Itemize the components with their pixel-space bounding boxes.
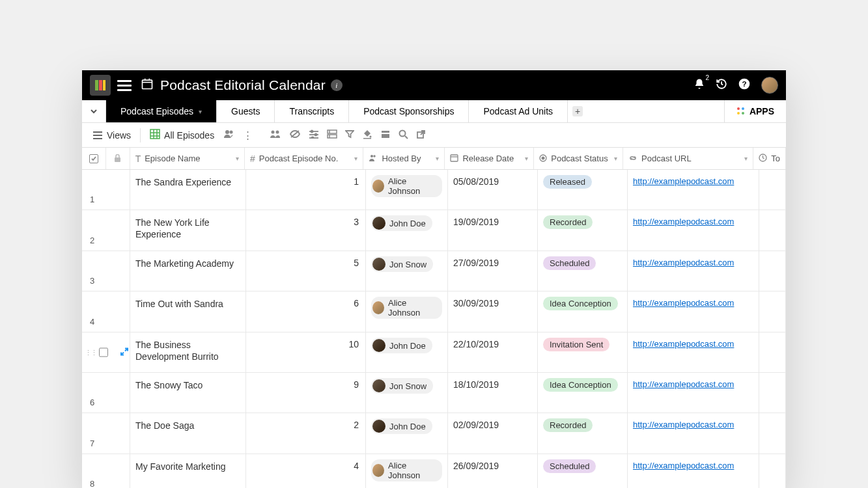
table-row[interactable]: 6The Snowy Taco9Jon Snow18/10/2019Idea C…	[82, 373, 786, 413]
status-cell[interactable]: Scheduled	[538, 251, 628, 291]
status-cell[interactable]: Recorded	[538, 413, 628, 454]
episode-no-cell[interactable]: 5	[246, 251, 366, 291]
release-date-cell[interactable]: 19/09/2019	[448, 210, 538, 251]
episode-name-cell[interactable]: The Snowy Taco	[130, 373, 246, 413]
group-icon[interactable]	[324, 127, 340, 143]
table-row[interactable]: ⋮⋮The Business Development Burrito10John…	[82, 332, 786, 373]
host-chip[interactable]: Alice Johnson	[371, 297, 442, 319]
info-icon[interactable]: i	[331, 79, 343, 91]
hosted-by-cell[interactable]: John Doe	[366, 413, 448, 454]
hosted-by-cell[interactable]: Alice Johnson	[366, 291, 448, 332]
tab-podcast-ad-units[interactable]: Podcast Ad Units	[469, 100, 568, 122]
status-cell[interactable]: Invitation Sent	[538, 332, 628, 372]
tab-podcast-episodes[interactable]: Podcast Episodes▾	[106, 100, 217, 122]
views-button[interactable]: Views	[89, 128, 135, 143]
episode-name-cell[interactable]: The Marketing Academy	[130, 251, 246, 291]
last-cell[interactable]	[759, 454, 786, 488]
last-cell[interactable]	[759, 291, 786, 332]
hide-icon[interactable]	[287, 127, 303, 143]
release-date-cell[interactable]: 26/09/2019	[448, 454, 538, 488]
table-row[interactable]: 2The New York Life Experience3John Doe19…	[82, 210, 786, 251]
expand-icon[interactable]	[120, 347, 129, 358]
release-date-cell[interactable]: 18/10/2019	[448, 373, 538, 413]
current-view-button[interactable]: All Episodes	[146, 126, 218, 144]
episode-no-cell[interactable]: 1	[246, 170, 366, 210]
hosted-by-cell[interactable]: John Doe	[366, 210, 448, 251]
url-cell[interactable]: http://examplepodcast.com	[628, 291, 759, 332]
hosted-by-cell[interactable]: Alice Johnson	[366, 170, 448, 210]
episode-name-cell[interactable]: The New York Life Experience	[130, 210, 246, 251]
url-cell[interactable]: http://examplepodcast.com	[628, 170, 759, 210]
podcast-url-link[interactable]: http://examplepodcast.com	[633, 298, 734, 308]
hosted-by-cell[interactable]: Jon Snow	[366, 373, 448, 413]
history-icon[interactable]	[716, 78, 727, 92]
last-cell[interactable]	[759, 413, 786, 454]
column-episode-no[interactable]: #Podcast Episode No.▾	[245, 148, 363, 169]
table-row[interactable]: 4Time Out with Sandra6Alice Johnson30/09…	[82, 291, 786, 332]
notification-bell-icon[interactable]: 2	[693, 78, 705, 92]
more-icon[interactable]: ⋮	[240, 127, 255, 144]
user-avatar[interactable]	[761, 77, 778, 94]
table-row[interactable]: 7The Doe Saga2John Doe02/09/2019Recorded…	[82, 413, 786, 454]
filter-icon[interactable]	[343, 127, 357, 143]
host-chip[interactable]: Jon Snow	[371, 378, 433, 394]
release-date-cell[interactable]: 30/09/2019	[448, 291, 538, 332]
column-podcast-status[interactable]: Podcast Status▾	[534, 148, 623, 169]
episode-no-cell[interactable]: 9	[246, 373, 366, 413]
podcast-url-link[interactable]: http://examplepodcast.com	[633, 379, 734, 389]
people-icon[interactable]	[221, 127, 238, 143]
table-row[interactable]: 3The Marketing Academy5Jon Snow27/09/201…	[82, 251, 786, 291]
podcast-url-link[interactable]: http://examplepodcast.com	[633, 339, 734, 349]
status-cell[interactable]: Released	[538, 170, 628, 210]
episode-name-cell[interactable]: The Business Development Burrito	[130, 332, 246, 372]
column-hosted-by[interactable]: Hosted By▾	[363, 148, 445, 169]
episode-no-cell[interactable]: 3	[246, 210, 366, 251]
release-date-cell[interactable]: 02/09/2019	[448, 413, 538, 454]
episode-no-cell[interactable]: 6	[246, 291, 366, 332]
host-chip[interactable]: John Doe	[371, 338, 432, 353]
release-date-cell[interactable]: 27/09/2019	[448, 251, 538, 291]
status-cell[interactable]: Recorded	[538, 210, 628, 251]
filter-settings-icon[interactable]	[306, 127, 322, 143]
url-cell[interactable]: http://examplepodcast.com	[628, 210, 759, 251]
search-icon[interactable]	[396, 127, 411, 144]
tab-guests[interactable]: Guests	[217, 100, 275, 122]
column-podcast-url[interactable]: Podcast URL▾	[623, 148, 753, 169]
hosted-by-cell[interactable]: John Doe	[366, 332, 448, 372]
podcast-url-link[interactable]: http://examplepodcast.com	[633, 176, 734, 186]
drag-handle-icon[interactable]: ⋮⋮	[85, 348, 96, 357]
column-release-date[interactable]: Release Date▾	[445, 148, 534, 169]
hosted-by-cell[interactable]: Alice Johnson	[366, 454, 448, 488]
host-chip[interactable]: John Doe	[371, 418, 432, 434]
episode-no-cell[interactable]: 2	[246, 413, 366, 454]
row-height-icon[interactable]	[378, 127, 393, 143]
status-cell[interactable]: Scheduled	[538, 454, 628, 488]
hamburger-menu-icon[interactable]	[117, 77, 132, 94]
app-logo[interactable]	[90, 75, 111, 96]
add-tab-button[interactable]: +	[568, 100, 587, 122]
url-cell[interactable]: http://examplepodcast.com	[628, 332, 759, 372]
episode-no-cell[interactable]: 4	[246, 454, 366, 488]
url-cell[interactable]: http://examplepodcast.com	[628, 373, 759, 413]
podcast-url-link[interactable]: http://examplepodcast.com	[633, 258, 734, 267]
last-cell[interactable]	[759, 210, 786, 251]
host-chip[interactable]: Alice Johnson	[371, 459, 442, 481]
episode-name-cell[interactable]: The Sandra Experience	[130, 170, 246, 210]
select-all-checkbox[interactable]	[82, 148, 106, 169]
color-icon[interactable]	[359, 126, 375, 144]
tab-transcripts[interactable]: Transcripts	[275, 100, 349, 122]
help-icon[interactable]: ?	[738, 77, 751, 93]
podcast-url-link[interactable]: http://examplepodcast.com	[633, 420, 734, 429]
last-cell[interactable]	[759, 170, 786, 210]
url-cell[interactable]: http://examplepodcast.com	[628, 413, 759, 454]
host-chip[interactable]: John Doe	[371, 215, 432, 231]
status-cell[interactable]: Idea Conception	[538, 373, 628, 413]
column-last[interactable]: To	[753, 148, 786, 169]
episode-name-cell[interactable]: My Favorite Marketing	[130, 454, 246, 488]
column-episode-name[interactable]: TEpisode Name▾	[130, 148, 245, 169]
release-date-cell[interactable]: 05/08/2019	[448, 170, 538, 210]
release-date-cell[interactable]: 22/10/2019	[448, 332, 538, 372]
last-cell[interactable]	[759, 251, 786, 291]
table-row[interactable]: 8My Favorite Marketing4Alice Johnson26/0…	[82, 454, 786, 488]
export-icon[interactable]	[413, 127, 428, 144]
